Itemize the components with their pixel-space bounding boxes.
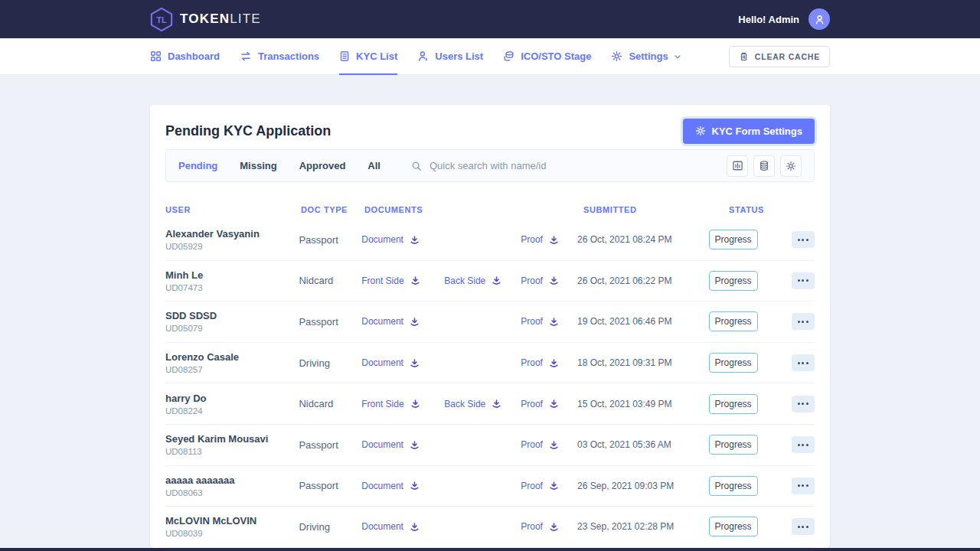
download-icon — [410, 317, 420, 327]
download-icon — [492, 276, 501, 285]
more-actions-button[interactable] — [792, 518, 815, 535]
more-actions-button[interactable] — [792, 231, 815, 248]
status-badge[interactable]: Progress — [709, 394, 758, 414]
document-download-link[interactable]: Document — [361, 439, 420, 450]
document-download-link[interactable]: Document — [361, 234, 420, 245]
transactions-icon — [240, 51, 252, 62]
more-actions-button[interactable] — [792, 313, 815, 330]
proof-download-link[interactable]: Proof — [521, 521, 559, 532]
tab-pending[interactable]: Pending — [178, 160, 217, 171]
user-name: Alexander Vasyanin — [165, 228, 299, 240]
user-name: harry Do — [165, 393, 299, 404]
search-icon — [411, 161, 422, 171]
submitted-date: 26 Sep, 2021 09:03 PM — [577, 481, 708, 491]
status-badge[interactable]: Progress — [709, 476, 758, 496]
doc-type: Nidcard — [299, 275, 361, 286]
page-title: Pending KYC Application — [165, 123, 331, 139]
document-label: Back Side — [444, 276, 485, 286]
kyc-form-settings-button[interactable]: KYC Form Settings — [683, 119, 815, 144]
download-icon — [549, 358, 559, 368]
more-actions-button[interactable] — [792, 272, 815, 289]
status-badge[interactable]: Progress — [709, 435, 758, 455]
status-badge[interactable]: Progress — [709, 230, 758, 249]
chevron-down-icon — [673, 52, 682, 61]
submitted-date: 18 Oct, 2021 09:31 PM — [577, 357, 708, 368]
document-label: Back Side — [444, 399, 485, 409]
brand-logo[interactable]: TL TOKENLITE — [150, 7, 261, 32]
more-actions-button[interactable] — [792, 354, 815, 371]
doc-type: Driving — [299, 521, 361, 533]
nav-label: Dashboard — [168, 51, 220, 62]
tab-approved[interactable]: Approved — [299, 160, 346, 171]
settings-gear-icon — [611, 51, 622, 62]
proof-download-link[interactable]: Proof — [521, 276, 559, 286]
status-badge[interactable]: Progress — [709, 517, 758, 536]
table-settings-button[interactable] — [780, 155, 802, 177]
download-icon — [410, 481, 420, 491]
nav-item-users-list[interactable]: Users List — [407, 38, 493, 74]
document-download-link[interactable]: Front Side — [361, 399, 420, 409]
more-actions-button[interactable] — [792, 478, 815, 494]
user-name: Lorenzo Casale — [165, 351, 299, 363]
status-badge[interactable]: Progress — [709, 271, 758, 291]
tab-all[interactable]: All — [368, 160, 381, 171]
nav-item-dashboard[interactable]: Dashboard — [150, 38, 230, 74]
nav-item-settings[interactable]: Settings — [601, 38, 691, 74]
status-badge[interactable]: Progress — [709, 311, 758, 331]
document-download-link[interactable]: Document — [361, 357, 420, 368]
document-download-link[interactable]: Front Side — [361, 276, 420, 286]
proof-download-link[interactable]: Proof — [521, 439, 559, 450]
nav-item-transactions[interactable]: Transactions — [230, 38, 329, 74]
filter-columns-button[interactable] — [727, 155, 748, 177]
ellipsis-icon — [798, 279, 800, 282]
tab-missing[interactable]: Missing — [240, 160, 276, 171]
document-download-link[interactable]: Document — [361, 316, 420, 327]
document-label: Front Side — [361, 399, 403, 409]
user-avatar[interactable] — [808, 8, 830, 30]
nav-item-ico-sto-stage[interactable]: ICO/STO Stage — [493, 38, 601, 74]
doc-type: Passport — [299, 234, 361, 246]
user-name: Seyed Karim Mousavi — [165, 433, 299, 445]
document-download-link[interactable]: Document — [361, 481, 420, 491]
submitted-date: 23 Sep, 2021 02:28 PM — [577, 521, 708, 532]
user-id: UD08063 — [165, 488, 299, 497]
export-data-button[interactable] — [753, 155, 775, 177]
user-id: UD08039 — [165, 529, 299, 538]
table-header: USER DOC TYPE DOCUMENTS SUBMITTED STATUS — [165, 182, 815, 220]
proof-download-link[interactable]: Proof — [521, 234, 559, 245]
table-row: aaaaa aaaaaaa UD08063 Passport Document — [165, 466, 815, 507]
nav-label: Settings — [629, 51, 668, 62]
footer-strip — [0, 548, 980, 551]
svg-text:TL: TL — [156, 15, 167, 24]
ellipsis-icon — [798, 362, 800, 364]
download-icon — [549, 440, 559, 450]
download-icon — [410, 522, 420, 532]
download-icon — [410, 440, 420, 450]
proof-download-link[interactable]: Proof — [521, 399, 559, 409]
nav-label: KYC List — [356, 51, 397, 62]
more-actions-button[interactable] — [792, 396, 815, 412]
nav-item-kyc-list[interactable]: KYC List — [329, 38, 407, 74]
clear-cache-label: CLEAR CACHE — [755, 52, 820, 61]
column-header-user: USER — [165, 205, 301, 214]
document-download-link[interactable]: Back Side — [444, 399, 501, 409]
document-download-link[interactable]: Back Side — [444, 276, 501, 286]
status-badge[interactable]: Progress — [709, 353, 758, 373]
dashboard-icon — [150, 51, 162, 62]
user-id: UD08257 — [165, 365, 299, 374]
ellipsis-icon — [798, 526, 800, 528]
brand-name: TOKENLITE — [180, 11, 261, 27]
ellipsis-icon — [798, 403, 800, 405]
columns-chart-icon — [732, 160, 743, 171]
proof-download-link[interactable]: Proof — [521, 316, 559, 327]
ellipsis-icon — [798, 321, 800, 323]
proof-download-link[interactable]: Proof — [521, 357, 559, 368]
user-name: SDD SDSD — [165, 310, 299, 321]
clear-cache-button[interactable]: CLEAR CACHE — [729, 46, 830, 67]
proof-download-link[interactable]: Proof — [521, 481, 559, 491]
more-actions-button[interactable] — [792, 436, 815, 453]
search-input[interactable] — [430, 160, 644, 171]
document-download-link[interactable]: Document — [361, 521, 420, 532]
database-icon — [759, 160, 769, 171]
user-name: aaaaa aaaaaaa — [165, 474, 299, 486]
